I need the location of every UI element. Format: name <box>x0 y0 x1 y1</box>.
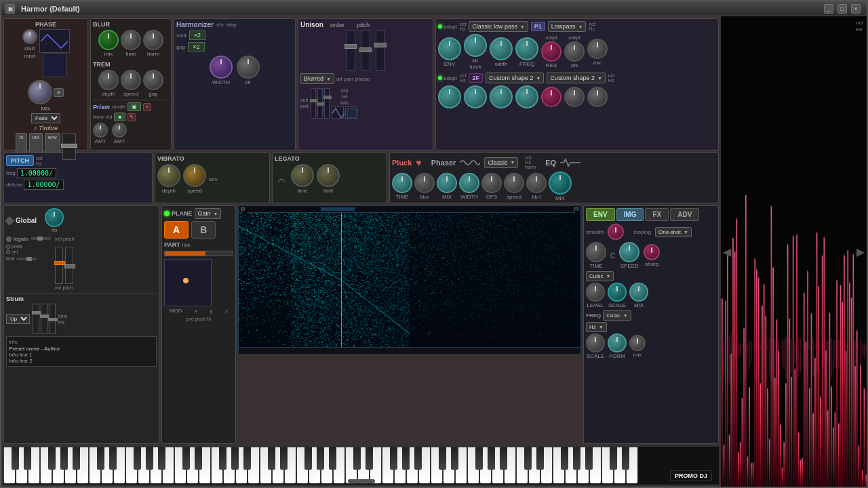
strum-direction-dropdown[interactable]: Up <box>6 314 30 324</box>
effects-time-knob[interactable] <box>392 173 412 193</box>
env-scale-knob[interactable] <box>608 283 627 302</box>
filter2-width-knob[interactable] <box>490 85 513 108</box>
effects-eq-mix-knob[interactable] <box>549 171 572 195</box>
filter1-res-knob[interactable] <box>541 41 561 62</box>
unison-pitch-fader[interactable] <box>376 30 385 70</box>
piano-white-key[interactable] <box>3 447 16 484</box>
smooth-knob[interactable] <box>608 224 624 240</box>
effects-ofs-knob[interactable] <box>481 173 502 193</box>
vel-radio[interactable] <box>6 250 10 254</box>
pitch-fader-thumb[interactable] <box>64 264 75 268</box>
blurred-dropdown[interactable]: Blurred <box>300 73 334 84</box>
filter2-res-knob[interactable] <box>541 87 561 107</box>
vol-bar[interactable] <box>164 251 233 256</box>
close-button[interactable]: × <box>851 4 861 14</box>
env-level-knob[interactable] <box>586 283 605 302</box>
piano-black-key[interactable] <box>219 447 226 470</box>
piano-black-key[interactable] <box>390 447 397 470</box>
unison-pitch-thumb[interactable] <box>374 43 387 47</box>
filter2-shape1-dropdown[interactable]: Custom shape 2 <box>486 73 544 83</box>
filter1-osc-knob[interactable] <box>587 39 608 59</box>
filter2-kbtrack-knob[interactable] <box>464 85 487 108</box>
filter1-type-dropdown[interactable]: Classic low pass <box>469 21 528 32</box>
piano-white-key[interactable] <box>345 447 357 484</box>
piano-black-key[interactable] <box>268 447 275 470</box>
phase-fader-v[interactable] <box>62 133 76 160</box>
waveform-scrollbar-bottom[interactable] <box>239 347 580 354</box>
env-time-knob[interactable] <box>586 242 606 262</box>
piano-black-key[interactable] <box>146 447 153 470</box>
piano-white-key[interactable] <box>296 447 309 484</box>
maximize-button[interactable]: □ <box>837 4 847 14</box>
harmonizer-gap-value[interactable]: ×2 <box>188 42 204 52</box>
piano-black-key[interactable] <box>536 447 544 470</box>
piano-white-key[interactable] <box>467 447 479 484</box>
freq-scale-knob[interactable] <box>586 333 605 352</box>
mix-controls[interactable]: ≡ <box>54 88 64 97</box>
vol-fader-thumb[interactable] <box>54 261 65 265</box>
piano-black-key[interactable] <box>561 447 568 470</box>
piano-black-key[interactable] <box>60 447 68 470</box>
fx-tab-button[interactable]: FX <box>645 208 669 221</box>
harm-str-knob[interactable] <box>237 56 260 79</box>
blur-time-knob[interactable] <box>121 30 141 50</box>
piano-black-key[interactable] <box>24 447 31 470</box>
scroll-left-btn[interactable]: ◀ <box>241 207 245 211</box>
vibrato-speed-knob[interactable] <box>183 164 206 187</box>
prism-from-vol-toggle[interactable]: ■ <box>114 113 125 121</box>
piano-black-key[interactable] <box>573 447 580 470</box>
piano-black-key[interactable] <box>134 447 141 470</box>
cubic2-dropdown[interactable]: Cubic <box>603 310 631 321</box>
filter2-shape2-dropdown[interactable]: Custom shape 2 <box>547 73 605 83</box>
vert-fader2[interactable] <box>317 88 323 119</box>
piano-black-key[interactable] <box>622 447 629 470</box>
part-b-button[interactable]: B <box>191 221 216 239</box>
piano-black-key[interactable] <box>402 447 410 470</box>
filter1-lowpass-dropdown[interactable]: Lowpass <box>548 21 586 32</box>
filter1-width-knob[interactable] <box>490 37 513 60</box>
piano-white-key[interactable] <box>89 447 101 484</box>
trem-depth-knob[interactable] <box>98 70 119 90</box>
piano-white-key[interactable] <box>125 447 138 484</box>
env-sharp-knob[interactable] <box>644 244 660 260</box>
global-lfo-knob[interactable] <box>45 208 64 227</box>
piano-black-key[interactable] <box>243 447 251 470</box>
unison-order-fader[interactable] <box>346 30 355 70</box>
piano-white-key[interactable] <box>382 447 394 484</box>
filter2-ofs-knob[interactable] <box>564 87 585 107</box>
piano-black-key[interactable] <box>195 447 202 470</box>
scroll-right-btn[interactable]: ▶ <box>574 207 578 211</box>
harmonizer-shift-value[interactable]: ×2 <box>189 30 205 40</box>
hz-dropdown[interactable]: Hz <box>586 322 607 332</box>
piano-white-key[interactable] <box>174 447 186 484</box>
piano-black-key[interactable] <box>12 447 19 470</box>
vert-fader3[interactable] <box>324 88 330 119</box>
piano-black-key[interactable] <box>109 447 117 470</box>
effects-mix-knob[interactable] <box>437 173 457 193</box>
piano-black-key[interactable] <box>317 447 324 470</box>
piano-black-key[interactable] <box>414 447 422 470</box>
env-tab-button[interactable]: ENV <box>586 208 615 221</box>
freq-form-knob[interactable] <box>608 333 627 352</box>
piano-white-key[interactable] <box>553 447 565 484</box>
pitch-button[interactable]: PITCH <box>6 155 34 166</box>
piano-white-key[interactable] <box>601 447 614 484</box>
img-tab-button[interactable]: IMG <box>616 208 644 221</box>
trem-speed-knob[interactable] <box>121 70 141 90</box>
freq-mix-knob[interactable] <box>629 335 646 351</box>
piano-black-key[interactable] <box>585 447 593 470</box>
filter2-env-knob[interactable] <box>438 85 461 108</box>
legato-slider[interactable] <box>31 237 51 240</box>
pitch-freq-display[interactable]: 1.00000/ <box>17 168 56 178</box>
filter1-freq-knob[interactable] <box>515 37 538 60</box>
phase-knob[interactable] <box>22 29 37 44</box>
piano-black-key[interactable] <box>451 447 458 470</box>
filter1-env-knob[interactable] <box>438 37 461 60</box>
vol-fader[interactable] <box>55 247 63 284</box>
piano-black-key[interactable] <box>304 447 312 470</box>
piano-black-key[interactable] <box>329 447 336 470</box>
unison-slider2[interactable] <box>361 30 370 70</box>
prism-amt2-knob[interactable] <box>112 123 127 138</box>
piano-black-key[interactable] <box>524 447 532 470</box>
piano-black-key[interactable] <box>231 447 239 470</box>
